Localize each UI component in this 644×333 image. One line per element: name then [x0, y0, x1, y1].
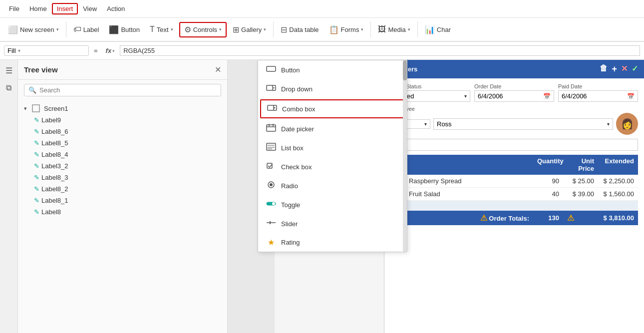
new-screen-icon: ⬜ [8, 25, 18, 34]
label-button[interactable]: 🏷 Label [69, 23, 103, 36]
th-unit-price: Unit Price [563, 155, 598, 175]
menu-insert[interactable]: Insert [52, 3, 78, 14]
canvas-area: Button Drop down Combo box [228, 60, 644, 333]
add-icon[interactable]: + [612, 64, 617, 74]
tree-node-screen1[interactable]: ▾ Screen1 [18, 102, 227, 114]
label-node-icon-9: ✎ [34, 208, 39, 216]
fx-button[interactable]: fx ▾ [103, 47, 118, 54]
paid-date-label: Paid Date [558, 83, 638, 89]
controls-icon: ⚙ [184, 25, 191, 34]
delete-icon[interactable]: 🗑 [600, 64, 608, 74]
tree-node-label8_1[interactable]: ✎ Label8_1 [18, 195, 227, 206]
button-button[interactable]: ⬛ Button [105, 23, 144, 36]
tree-node-label8_2[interactable]: ✎ Label8_2 [18, 183, 227, 195]
data-table-icon: ⊟ [281, 25, 287, 34]
controls-button[interactable]: ⚙ Controls ▾ [179, 22, 227, 37]
order-date-calendar-icon[interactable]: 📅 [543, 93, 551, 100]
tree-node-label8[interactable]: ✎ Label8 [18, 206, 227, 218]
media-button[interactable]: 🖼 Media ▾ [374, 23, 414, 36]
tree-node-label9[interactable]: ✎ Label9 [18, 114, 227, 126]
new-screen-button[interactable]: ⬜ New screen ▾ [4, 23, 63, 36]
svg-point-17 [272, 202, 275, 205]
formula-input[interactable] [120, 45, 640, 56]
slider-item-icon [266, 219, 276, 229]
label-icon: 🏷 [73, 25, 81, 34]
td-unit-1: $ 25.00 [563, 175, 598, 187]
th-product [390, 155, 533, 175]
checkbox-item-icon [266, 162, 276, 172]
dropdown-item-icon [266, 84, 276, 94]
slider-item-label: Slider [281, 220, 298, 228]
node-label-label9: Label9 [41, 116, 61, 124]
employee-label: Employee [390, 106, 638, 112]
ribbon: ⬜ New screen ▾ 🏷 Label ⬛ Button T Text ▾… [0, 18, 644, 42]
td-ext-1: $ 2,250.00 [598, 175, 638, 187]
dropdown-scrollbar-thumb [403, 60, 407, 80]
menu-file[interactable]: File [4, 3, 24, 14]
dropdown-item-rating[interactable]: ★ Rating [258, 233, 407, 252]
rating-item-label: Rating [281, 239, 300, 246]
search-input[interactable] [39, 86, 217, 94]
node-label-label8: Label8 [41, 208, 61, 216]
data-table-button[interactable]: ⊟ Data table [277, 23, 322, 36]
dropdown-item-dropdown[interactable]: Drop down [258, 79, 407, 98]
hamburger-icon[interactable]: ☰ [3, 64, 14, 77]
orders-table-header: Quantity Unit Price Extended [390, 155, 638, 175]
listbox-item-icon [266, 143, 276, 153]
dropdown-item-datepicker[interactable]: Date picker [258, 119, 407, 138]
dropdown-item-button[interactable]: Button [258, 60, 407, 79]
tree-node-label8_6[interactable]: ✎ Label8_6 [18, 126, 227, 137]
order-date-field: Order Date 6/4/2006 📅 [474, 83, 554, 102]
node-label-screen1: Screen1 [44, 105, 68, 112]
layers-icon[interactable]: ⧉ [4, 81, 13, 94]
toggle-item-icon [266, 200, 276, 210]
dropdown-item-combobox[interactable]: Combo box [260, 99, 405, 118]
tf-ext: $ 3,810.00 [598, 212, 638, 224]
media-chevron: ▾ [408, 27, 410, 32]
menu-view[interactable]: View [78, 3, 102, 14]
dropdown-item-label: Drop down [281, 85, 313, 93]
employee-name-arrow: ▾ [607, 121, 610, 127]
sidebar-close-button[interactable]: ✕ [215, 65, 221, 74]
fill-selector-arrow: ▾ [18, 48, 20, 53]
paid-date-calendar-icon[interactable]: 📅 [627, 93, 635, 100]
tree-node-label8_5[interactable]: ✎ Label8_5 [18, 137, 227, 149]
forms-button[interactable]: 📋 Forms ▾ [325, 23, 368, 36]
menu-action[interactable]: Action [102, 3, 130, 14]
employee-avatar: 👩 [616, 113, 638, 135]
employee-name-select[interactable]: Ross ▾ [433, 118, 613, 130]
close-icon[interactable]: ✕ [621, 64, 628, 74]
table-row-2: ders Fruit Salad 40 $ 39.00 $ 1,560.00 [390, 188, 638, 201]
chart-button[interactable]: 📊 Char [421, 23, 455, 36]
media-icon: 🖼 [378, 25, 386, 34]
td-qty-1: 90 [533, 175, 563, 187]
ribbon-separator-2 [273, 21, 274, 37]
tree-node-label8_3[interactable]: ✎ Label8_3 [18, 172, 227, 183]
dropdown-item-slider[interactable]: Slider [258, 214, 407, 233]
gallery-icon: ⊞ [233, 25, 239, 34]
gallery-button[interactable]: ⊞ Gallery ▾ [229, 23, 270, 36]
tree-area: ▾ Screen1 ✎ Label9 ✎ Label8_6 ✎ Label8_5 [18, 100, 227, 333]
dropdown-item-checkbox[interactable]: Check box [258, 157, 407, 176]
menu-home[interactable]: Home [24, 3, 52, 14]
order-date-input[interactable]: 6/4/2006 📅 [474, 90, 554, 102]
checkbox-item-label: Check box [281, 163, 312, 171]
dropdown-item-radio[interactable]: Radio [258, 176, 407, 195]
form-row-employee: Employee ▾ Ross ▾ 👩 [390, 106, 638, 135]
new-screen-chevron: ▾ [56, 27, 59, 32]
check-icon[interactable]: ✓ [632, 64, 638, 74]
ribbon-separator-4 [417, 21, 418, 37]
text-button[interactable]: T Text ▾ [146, 23, 177, 36]
dropdown-item-toggle[interactable]: Toggle [258, 195, 407, 214]
dropdown-item-listbox[interactable]: List box [258, 138, 407, 157]
order-date-label: Order Date [474, 83, 554, 89]
fill-selector[interactable]: Fill ▾ [4, 45, 89, 56]
table-footer: ⚠ Order Totals: 130 ⚠ $ 3,810.00 [390, 211, 638, 225]
tree-node-label8_4[interactable]: ✎ Label8_4 [18, 149, 227, 160]
tree-node-label3_2[interactable]: ✎ Label3_2 [18, 160, 227, 172]
dropdown-scrollbar[interactable] [403, 60, 407, 252]
paid-date-input[interactable]: 6/4/2006 📅 [558, 90, 638, 102]
label-node-icon-5: ✎ [34, 162, 39, 170]
notes-input[interactable] [390, 139, 638, 151]
equals-sign: = [91, 47, 101, 54]
